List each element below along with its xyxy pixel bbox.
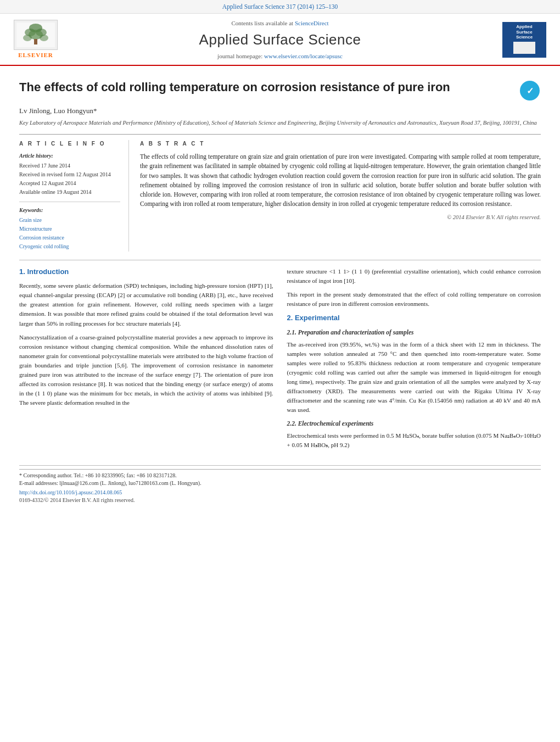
history-label: Article history:: [19, 152, 120, 160]
affiliation: Key Laboratory of Aerospace Materials an…: [19, 119, 541, 127]
intro-cont-para-2: This report in the present study demonst…: [287, 290, 541, 309]
received-date: Received 17 June 2014: [19, 162, 120, 170]
abstract-heading: A B S T R A C T: [140, 140, 541, 148]
journal-logo-right: AppliedSurfaceScience: [500, 22, 549, 58]
svg-rect-5: [34, 39, 37, 44]
left-body-col: 1. Introduction Recently, some severe pl…: [19, 267, 273, 454]
article-info-heading: A R T I C L E I N F O: [19, 140, 120, 148]
main-content: The effects of cold rolling temperature …: [0, 66, 560, 515]
svg-text:✓: ✓: [527, 86, 534, 96]
copyright-line: © 2014 Elsevier B.V. All rights reserved…: [140, 214, 541, 222]
section-divider: [19, 260, 541, 260]
journal-header: ELSEVIER Contents lists available at Sci…: [0, 14, 560, 66]
svg-point-7: [40, 35, 48, 41]
elsevier-logo-image: [14, 20, 58, 50]
journal-citation-text: Applied Surface Science 317 (2014) 125–1…: [222, 3, 338, 10]
elsevier-logo: ELSEVIER: [11, 20, 60, 59]
keywords-label: Keywords:: [19, 207, 120, 214]
svg-point-6: [23, 35, 32, 41]
journal-logo-title: AppliedSurfaceScience: [516, 24, 533, 40]
homepage-link[interactable]: www.elsevier.com/locate/apsusc: [264, 53, 343, 59]
footer-issn: 0169-4332/© 2014 Elsevier B.V. All right…: [19, 496, 541, 504]
crossmark-icon: ✓: [519, 80, 541, 102]
journal-title: Applied Surface Science: [71, 30, 489, 49]
journal-logo-box: AppliedSurfaceScience: [502, 22, 546, 58]
article-info-abstract-section: A R T I C L E I N F O Article history: R…: [19, 134, 541, 252]
footnote-star: * Corresponding author. Tel.: +86 10 823…: [19, 472, 541, 479]
contents-line: Contents lists available at ScienceDirec…: [71, 19, 489, 27]
section21-subheading: 2.1. Preparation and characterization of…: [287, 328, 541, 337]
section2-heading: 2. Experimental: [287, 313, 541, 323]
footnote-email: E-mail addresses: ljlnuaa@126.com (L. Ji…: [19, 479, 541, 487]
keyword-1: Grain size: [19, 216, 120, 224]
section21-para1: The as-received iron (99.95%, wt.%) was …: [287, 340, 541, 415]
body-two-col: 1. Introduction Recently, some severe pl…: [19, 267, 541, 454]
journal-header-center: Contents lists available at ScienceDirec…: [60, 19, 500, 60]
section22-para1: Electrochemical tests were performed in …: [287, 431, 541, 450]
keyword-4: Cryogenic cold rolling: [19, 243, 120, 250]
journal-homepage: journal homepage: www.elsevier.com/locat…: [71, 52, 489, 60]
intro-para-1: Recently, some severe plastic deformatio…: [19, 281, 273, 328]
journal-citation-bar: Applied Surface Science 317 (2014) 125–1…: [0, 0, 560, 14]
intro-para-2: Nanocrystallization of a coarse-grained …: [19, 333, 273, 408]
elsevier-text: ELSEVIER: [18, 51, 53, 59]
keyword-2: Microstructure: [19, 225, 120, 233]
intro-cont-para-1: texture structure <1 1 1> (1 1 0) (prefe…: [287, 267, 541, 286]
section1-heading: 1. Introduction: [19, 267, 273, 277]
section22-subheading: 2.2. Electrochemical experiments: [287, 419, 541, 428]
available-date: Available online 19 August 2014: [19, 188, 120, 196]
article-title: The effects of cold rolling temperature …: [19, 80, 511, 96]
abstract-section: A B S T R A C T The effects of cold roll…: [140, 140, 541, 252]
footer-area: * Corresponding author. Tel.: +86 10 823…: [19, 465, 541, 504]
accepted-date: Accepted 12 August 2014: [19, 180, 120, 187]
authors: Lv Jinlong, Luo Hongyun*: [19, 106, 541, 116]
journal-logo-img: [513, 42, 535, 54]
doi-link[interactable]: http://dx.doi.org/10.1016/j.apsusc.2014.…: [19, 489, 122, 495]
revised-date: Received in revised form 12 August 2014: [19, 171, 120, 178]
keyword-3: Corrosion resistance: [19, 234, 120, 242]
keywords-section: Keywords: Grain size Microstructure Corr…: [19, 202, 120, 250]
right-body-col: texture structure <1 1 1> (1 1 0) (prefe…: [287, 267, 541, 454]
article-info-panel: A R T I C L E I N F O Article history: R…: [19, 140, 129, 252]
abstract-text: The effects of cold rolling temperature …: [140, 152, 541, 209]
sciencedirect-link[interactable]: ScienceDirect: [295, 20, 329, 26]
article-title-section: The effects of cold rolling temperature …: [19, 74, 541, 102]
